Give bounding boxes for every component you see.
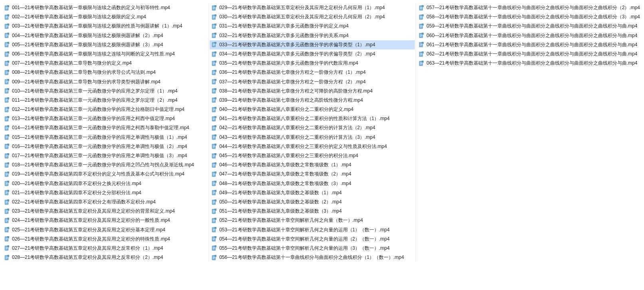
file-name-label: 001—21考研数学高数基础第一章极限与连续之函数的定义与初等特性.mp4 [12, 4, 170, 12]
file-icon [4, 23, 10, 30]
list-item[interactable]: 037—21考研数学高数基础第七章微分方程之一阶微分方程（2）.mp4 [210, 77, 415, 87]
list-item[interactable]: 055—21考研数学高数基础第十章空间解析几何之向量的运用（3）（数一）.mp4 [210, 244, 415, 253]
file-icon [418, 23, 425, 30]
list-item[interactable]: 008—21考研数学高数基础第二章导数与微分的求导公式与法则.mp4 [2, 68, 208, 77]
list-item[interactable]: 060—21考研数学高数基础第十一章曲线积分与曲面积分之曲线积分与曲面积分之曲线… [417, 31, 642, 40]
file-name-label: 048—21考研数学高数基础第九章级数之常数项级数（3）.mp4 [219, 180, 351, 187]
list-item[interactable]: 014—21考研数学高数基础第三章一元函数微分学的应用之柯西与泰勒中值定理.mp… [2, 123, 208, 132]
file-name-label: 035—21考研数学高数基础第六章多元函数微分学的代数应用.mp4 [219, 59, 358, 67]
list-item[interactable]: 034—21考研数学高数基础第六章多元函数微分学的求偏导类型（2）.mp4 [210, 49, 415, 59]
svg-rect-151 [214, 24, 216, 26]
list-item[interactable]: 047—21考研数学高数基础第九章级数之常数项级数（2）.mp4 [210, 170, 415, 179]
list-item[interactable]: 025—21考研数学高数基础第五章定积分及其应用之定积分基本定理.mp4 [2, 225, 208, 235]
file-icon [211, 23, 218, 30]
file-icon [211, 51, 218, 57]
list-item[interactable]: 054—21考研数学高数基础第十章空间解析几何之向量的运用（2）（数一）.mp4 [210, 235, 415, 244]
list-item[interactable]: 043—21考研数学高数基础第八章重积分之二重积分的计算方法（3）.mp4 [210, 133, 415, 142]
file-icon [211, 41, 218, 48]
list-item[interactable]: 010—21考研数学高数基础第三章一元函数微分学的应用之罗尔定理（1）.mp4 [2, 87, 208, 96]
file-name-label: 022—21考研数学高数基础第四章不定积分之有理函数不定积分.mp4 [12, 198, 156, 206]
list-item[interactable]: 062—21考研数学高数基础第十一章曲线积分与曲面积分之曲线积分与曲面积分之曲线… [417, 49, 642, 59]
file-icon [211, 189, 218, 196]
list-item[interactable]: 038—21考研数学高数基础第七章微分方程之可降阶的高阶微分方程.mp4 [210, 87, 415, 96]
list-item[interactable]: 035—21考研数学高数基础第六章多元函数微分学的代数应用.mp4 [210, 59, 415, 68]
file-name-label: 042—21考研数学高数基础第八章重积分之二重积分的计算方法（2）.mp4 [219, 124, 375, 132]
svg-rect-16 [7, 33, 9, 35]
list-item[interactable]: 003—21考研数学高数基础第一章极限与连续之极限的性质与例题讲解（1）.mp4 [2, 22, 208, 31]
list-item[interactable]: 059—21考研数学高数基础第十一章曲线积分与曲面积分之曲线积分与曲面积分之曲线… [417, 22, 642, 31]
list-item[interactable]: 004—21考研数学高数基础第一章极限与连续之极限例题讲解（2）.mp4 [2, 31, 208, 40]
list-item[interactable]: 009—21考研数学高数基础第二章导数与微分的求导类型例题讲解.mp4 [2, 77, 208, 87]
list-item[interactable]: 029—21考研数学高数基础第五章定积分及其应用之定积分几何应用（1）.mp4 [210, 3, 415, 12]
list-item[interactable]: 001—21考研数学高数基础第一章极限与连续之函数的定义与初等特性.mp4 [2, 3, 208, 12]
list-item[interactable]: 013—21考研数学高数基础第三章一元函数微分学的应用之柯西中值定理.mp4 [2, 114, 208, 123]
list-item[interactable]: 020—21考研数学高数基础第四章不定积分之换元积分法.mp4 [2, 179, 208, 188]
file-name-label: 008—21考研数学高数基础第二章导数与微分的求导公式与法则.mp4 [12, 69, 156, 76]
list-item[interactable]: 048—21考研数学高数基础第九章级数之常数项级数（3）.mp4 [210, 179, 415, 188]
list-item[interactable]: 030—21考研数学高数基础第五章定积分及其应用之定积分几何应用（2）.mp4 [210, 12, 415, 22]
list-item[interactable]: 024—21考研数学高数基础第五章定积分及其应用之定积分的一般性质.mp4 [2, 216, 208, 225]
list-item[interactable]: 012—21考研数学高数基础第三章一元函数微分学的应用之拉格朗日中值定理.mp4 [2, 105, 208, 114]
file-icon [211, 69, 218, 76]
list-item[interactable]: 031—21考研数学高数基础第六章多元函数微分学的定义.mp4 [210, 22, 415, 31]
file-name-label: 044—21考研数学高数基础第八章重积分之三重积分的定义与性质及积分法.mp4 [219, 143, 387, 150]
svg-rect-1 [7, 5, 9, 7]
column-1: 001—21考研数学高数基础第一章极限与连续之函数的定义与初等特性.mp4 00… [2, 3, 209, 262]
list-item[interactable]: 027—21考研数学高数基础第五章定积分及其应用之反常积分（1）.mp4 [2, 244, 208, 253]
list-item[interactable]: 050—21考研数学高数基础第九章级数之幂级数（2）.mp4 [210, 197, 415, 207]
svg-rect-251 [214, 209, 216, 211]
list-item[interactable]: 036—21考研数学高数基础第七章微分方程之一阶微分方程（1）.mp4 [210, 68, 415, 77]
svg-rect-136 [7, 255, 9, 257]
list-item[interactable]: 063—21考研数学高数基础第十一章曲线积分与曲面积分之曲线积分与曲面积分之曲线… [417, 59, 642, 68]
svg-rect-241 [214, 190, 216, 192]
file-icon [211, 180, 218, 187]
list-item[interactable]: 041—21考研数学高数基础第八章重积分之二重积分的性质和计算方法（1）.mp4 [210, 114, 415, 123]
file-name-label: 051—21考研数学高数基础第九章级数之幂级数（3）.mp4 [219, 207, 342, 215]
svg-rect-116 [7, 218, 9, 220]
file-icon [418, 41, 425, 48]
list-item[interactable]: 022—21考研数学高数基础第四章不定积分之有理函数不定积分.mp4 [2, 197, 208, 207]
list-item[interactable]: 053—21考研数学高数基础第十章空间解析几何之向量的运用（1）（数一）.mp4 [210, 225, 415, 235]
list-item[interactable]: 021—21考研数学高数基础第四章不定积分之分部积分法.mp4 [2, 188, 208, 197]
file-name-label: 029—21考研数学高数基础第五章定积分及其应用之定积分几何应用（1）.mp4 [219, 4, 385, 12]
file-icon [4, 208, 10, 215]
file-icon [211, 60, 218, 67]
list-item[interactable]: 005—21考研数学高数基础第一章极限与连续之极限例题讲解（3）.mp4 [2, 40, 208, 49]
list-item[interactable]: 044—21考研数学高数基础第八章重积分之三重积分的定义与性质及积分法.mp4 [210, 142, 415, 151]
list-item[interactable]: 002—21考研数学高数基础第一章极限与连续之极限的定义.mp4 [2, 12, 208, 22]
list-item[interactable]: 061—21考研数学高数基础第十一章曲线积分与曲面积分之曲线积分与曲面积分之曲线… [417, 40, 642, 49]
list-item[interactable]: 032—21考研数学高数基础第六章多元函数微分学的关系.mp4 [210, 31, 415, 40]
file-name-label: 027—21考研数学高数基础第五章定积分及其应用之反常积分（1）.mp4 [12, 245, 163, 252]
list-item[interactable]: 019—21考研数学高数基础第四章不定积分的定义与性质及基本公式与积分法.mp4 [2, 170, 208, 179]
svg-rect-281 [422, 5, 424, 7]
list-item[interactable]: 016—21考研数学高数基础第三章一元函数微分学的应用之单调性与极值（2）.mp… [2, 142, 208, 151]
list-item[interactable]: 017—21考研数学高数基础第三章一元函数微分学的应用之单调性与极值（3）.mp… [2, 151, 208, 160]
file-name-label: 011—21考研数学高数基础第三章一元函数微分学的应用之罗尔定理（2）.mp4 [12, 97, 178, 104]
list-item[interactable]: 006—21考研数学高数基础第一章极限与连续之连续与间断的定义与性质.mp4 [2, 49, 208, 59]
list-item[interactable]: 007—21考研数学高数基础第二章导数与微分的定义.mp4 [2, 59, 208, 68]
list-item[interactable]: 051—21考研数学高数基础第九章级数之幂级数（3）.mp4 [210, 207, 415, 216]
svg-rect-246 [214, 199, 216, 201]
file-name-label: 047—21考研数学高数基础第九章级数之常数项级数（2）.mp4 [219, 170, 351, 178]
list-item[interactable]: 056—21考研数学高数基础第十一章曲线积分与曲面积分之曲线积分（1）（数一）.… [210, 253, 415, 262]
list-item[interactable]: 052—21考研数学高数基础第十章空间解析几何之向量（数一）.mp4 [210, 216, 415, 225]
file-name-label: 060—21考研数学高数基础第十一章曲线积分与曲面积分之曲线积分与曲面积分之曲线… [426, 32, 637, 39]
list-item[interactable]: 028—21考研数学高数基础第五章定积分及其应用之反常积分（2）.mp4 [2, 253, 208, 262]
file-icon [4, 217, 10, 224]
list-item[interactable]: 026—21考研数学高数基础第五章定积分及其应用之定积分的特殊性质.mp4 [2, 235, 208, 244]
list-item[interactable]: 040—21考研数学高数基础第八章重积分之二重积分的定义.mp4 [210, 105, 415, 114]
list-item[interactable]: 057—21考研数学高数基础第十一章曲线积分与曲面积分之曲线积分与曲面积分之曲线… [417, 3, 642, 12]
list-item[interactable]: 023—21考研数学高数基础第五章定积分及其应用之定积分的背景和定义.mp4 [2, 207, 208, 216]
list-item[interactable]: 033—21考研数学高数基础第六章多元函数微分学的求偏导类型（1）.mp4 [210, 40, 415, 49]
svg-rect-101 [7, 190, 9, 192]
list-item[interactable]: 045—21考研数学高数基础第八章重积分之三重积分的积分法.mp4 [210, 151, 415, 160]
list-item[interactable]: 058—21考研数学高数基础第十一章曲线积分与曲面积分之曲线积分与曲面积分之曲线… [417, 12, 642, 22]
list-item[interactable]: 011—21考研数学高数基础第三章一元函数微分学的应用之罗尔定理（2）.mp4 [2, 96, 208, 105]
list-item[interactable]: 046—21考研数学高数基础第九章级数之常数项级数（1）.mp4 [210, 160, 415, 170]
list-item[interactable]: 039—21考研数学高数基础第七章微分方程之高阶线性微分方程.mp4 [210, 96, 415, 105]
list-item[interactable]: 049—21考研数学高数基础第九章级数之幂级数（1）.mp4 [210, 188, 415, 197]
list-item[interactable]: 042—21考研数学高数基础第八章重积分之二重积分的计算方法（2）.mp4 [210, 123, 415, 132]
list-item[interactable]: 015—21考研数学高数基础第三章一元函数微分学的应用之单调性与极值（1）.mp… [2, 133, 208, 142]
list-item[interactable]: 018—21考研数学高数基础第三章一元函数微分学的应用之凹凸性与拐点及渐近线.m… [2, 160, 208, 170]
file-icon [4, 116, 10, 122]
